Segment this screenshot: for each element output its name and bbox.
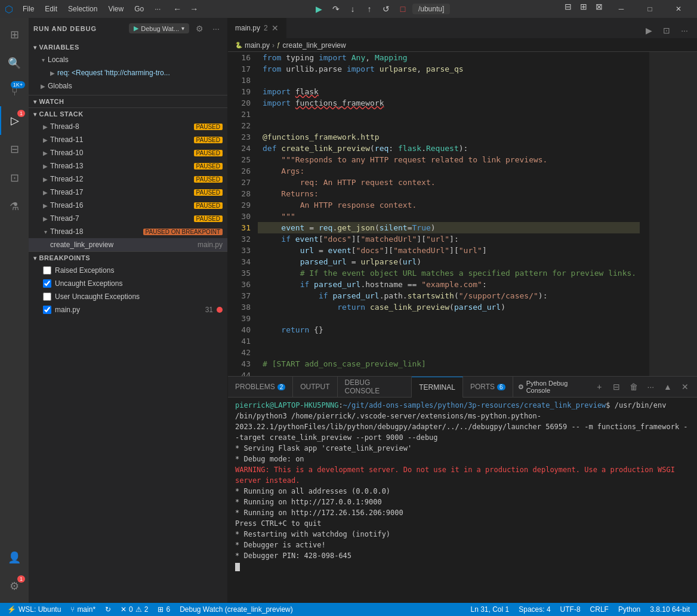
debug-step-over[interactable]: ↷	[329, 2, 343, 16]
titlebar-nav: ← →	[170, 2, 201, 16]
breadcrumb-fn[interactable]: ƒ create_link_preview	[277, 41, 346, 50]
menu-edit[interactable]: Edit	[40, 4, 62, 14]
tab-output[interactable]: OUTPUT	[293, 377, 337, 398]
activity-test[interactable]: ⚗	[0, 192, 29, 221]
debug-restart[interactable]: ↺	[379, 2, 393, 16]
menu-view[interactable]: View	[103, 4, 128, 14]
debug-continue[interactable]: ▶	[312, 2, 326, 16]
activity-debug[interactable]: ▷ 1	[0, 106, 29, 135]
status-sync[interactable]: ↻	[103, 605, 113, 614]
status-python-ver[interactable]: 3.8.10 64-bit	[647, 605, 692, 614]
activity-account[interactable]: 👤	[0, 543, 29, 572]
terminal-content[interactable]: pierrick@LAPTOP-HKU5PNNG:~/git/add-ons-s…	[228, 398, 697, 603]
tab-mainpy[interactable]: main.py 2 ✕	[228, 18, 286, 38]
status-bar: ⚡ WSL: Ubuntu ⑂ main* ↻ ✕ 0 ⚠ 2 ⊞ 6 Debu…	[0, 603, 697, 616]
debug-settings-btn[interactable]: ⚙	[193, 22, 206, 35]
add-terminal-btn[interactable]: +	[592, 379, 607, 395]
tab-debug-console[interactable]: DEBUG CONSOLE	[338, 377, 412, 398]
more-btn[interactable]: ···	[677, 23, 692, 38]
bp-mainpy-checkbox[interactable]	[43, 306, 51, 314]
breadcrumb-file[interactable]: 🐍 main.py	[235, 41, 270, 50]
maximize-terminal-btn[interactable]: ▲	[661, 379, 676, 395]
thread-13[interactable]: ▶ Thread-13 PAUSED	[29, 159, 227, 173]
activity-git[interactable]: ⑂ 1K+	[0, 78, 29, 106]
status-spaces[interactable]: Spaces: 4	[516, 605, 553, 614]
thread-7[interactable]: ▶ Thread-7 PAUSED	[29, 212, 227, 225]
tab-bar: main.py 2 ✕ ▶ ⊡ ···	[228, 18, 697, 39]
bp-uncaught[interactable]: Uncaught Exceptions	[29, 277, 227, 290]
status-debug-watch[interactable]: Debug Watch (create_link_preview)	[177, 605, 295, 614]
globals-expand: ▶	[38, 83, 48, 90]
nav-forward[interactable]: →	[187, 2, 201, 16]
tab-mainpy-close[interactable]: ✕	[272, 23, 279, 33]
activity-remote[interactable]: ⊡	[0, 164, 29, 192]
menu-more[interactable]: ···	[150, 4, 165, 14]
tab-terminal[interactable]: TERMINAL	[412, 377, 463, 398]
layout-btn[interactable]: ⊟	[561, 0, 575, 13]
close-button[interactable]: ✕	[665, 0, 692, 18]
breakpoints-header[interactable]: ▾ BREAKPOINTS	[29, 252, 227, 264]
python-debug-console[interactable]: ⚙ Python Debug Console	[518, 380, 590, 394]
bp-raised-checkbox[interactable]	[43, 266, 51, 275]
thread-11[interactable]: ▶ Thread-11 PAUSED	[29, 133, 227, 146]
bp-uncaught-checkbox[interactable]	[43, 279, 51, 288]
status-wsl[interactable]: ⚡ WSL: Ubuntu	[5, 605, 63, 614]
status-debug-threads[interactable]: ⊞ 6	[155, 605, 172, 614]
layout-btn3[interactable]: ⊠	[592, 0, 606, 13]
nav-back[interactable]: ←	[170, 2, 184, 16]
thread-18[interactable]: ▾ Thread-18 PAUSED ON BREAKPOINT	[29, 225, 227, 238]
thread-17[interactable]: ▶ Thread-17 PAUSED	[29, 186, 227, 199]
close-terminal-btn[interactable]: ✕	[677, 379, 692, 395]
run-btn[interactable]: ▶	[641, 23, 656, 38]
split-terminal-btn[interactable]: ⊟	[609, 379, 624, 395]
callstack-header[interactable]: ▾ CALL STACK	[29, 108, 227, 120]
split-btn[interactable]: ⊡	[659, 23, 674, 38]
debug-step-into[interactable]: ↓	[346, 2, 360, 16]
req-expand: ▶	[48, 70, 57, 76]
debug-stop[interactable]: □	[396, 2, 410, 16]
bp-user-uncaught-checkbox[interactable]	[43, 292, 51, 301]
more-terminal-btn[interactable]: ···	[643, 379, 658, 395]
layout-btn2[interactable]: ⊞	[576, 0, 591, 13]
status-branch[interactable]: ⑂ main*	[68, 605, 98, 614]
status-errors[interactable]: ✕ 0 ⚠ 2	[118, 605, 150, 614]
tab-problems[interactable]: PROBLEMS 2	[228, 377, 293, 398]
globals-item[interactable]: ▶ Globals	[29, 79, 227, 93]
settings-badge: 1	[17, 575, 25, 583]
minimize-button[interactable]: ─	[607, 0, 635, 18]
debug-more-btn[interactable]: ···	[209, 22, 223, 35]
variables-header[interactable]: ▾ VARIABLES	[29, 41, 227, 53]
activity-explorer[interactable]: ⊞	[0, 20, 29, 49]
menu-go[interactable]: Go	[129, 4, 149, 14]
code-content[interactable]: from typing import Any, Mapping from url…	[258, 52, 649, 376]
menu-file[interactable]: File	[18, 4, 39, 14]
status-encoding[interactable]: UTF-8	[558, 605, 583, 614]
thread-10[interactable]: ▶ Thread-10 PAUSED	[29, 146, 227, 159]
activity-extensions[interactable]: ⊟	[0, 135, 29, 164]
locals-item[interactable]: ▾ Locals	[29, 53, 227, 66]
req-item[interactable]: ▶ req: <Request 'http://charming-tro...	[29, 66, 227, 79]
debug-config-selector[interactable]: ▶ Debug Wat... ▾	[129, 23, 189, 33]
stack-frame[interactable]: create_link_preview main.py	[29, 238, 227, 251]
debug-step-out[interactable]: ↑	[362, 2, 377, 16]
code-line-34: parsed_url = urlparse(url)	[263, 256, 644, 267]
status-position[interactable]: Ln 31, Col 1	[468, 605, 511, 614]
sync-icon: ↻	[105, 605, 111, 614]
bp-raised[interactable]: Raised Exceptions	[29, 264, 227, 277]
trash-btn[interactable]: 🗑	[626, 379, 641, 395]
status-line-ending[interactable]: CRLF	[588, 605, 611, 614]
watch-header[interactable]: ▾ WATCH	[29, 96, 227, 107]
menu-selection[interactable]: Selection	[63, 4, 102, 14]
bp-mainpy[interactable]: main.py 31	[29, 303, 227, 316]
thread-8[interactable]: ▶ Thread-8 PAUSED	[29, 120, 227, 133]
status-lang[interactable]: Python	[616, 605, 643, 614]
thread-16[interactable]: ▶ Thread-16 PAUSED	[29, 199, 227, 212]
activity-search[interactable]: 🔍	[0, 49, 29, 78]
thread-12[interactable]: ▶ Thread-12 PAUSED	[29, 173, 227, 186]
tab-ports[interactable]: PORTS 6	[463, 377, 513, 398]
bp-user-uncaught[interactable]: User Uncaught Exceptions	[29, 290, 227, 303]
maximize-button[interactable]: □	[636, 0, 664, 18]
problems-badge: 2	[277, 384, 286, 390]
activity-settings[interactable]: ⚙ 1	[0, 572, 29, 600]
locals-expand: ▾	[38, 57, 48, 63]
